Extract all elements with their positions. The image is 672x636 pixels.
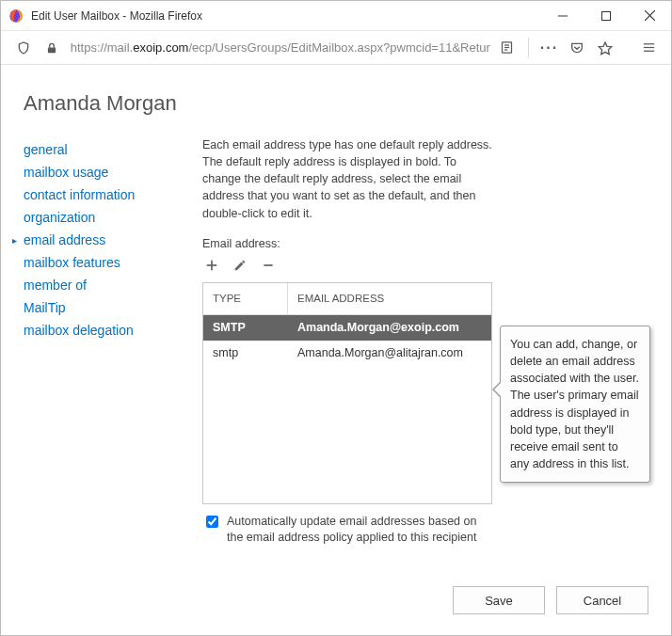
cell-type: smtp [203, 346, 288, 359]
email-toolbar [202, 256, 648, 275]
email-table: TYPE EMAIL ADDRESS SMTPAmanda.Morgan@exo… [202, 282, 492, 504]
svg-marker-10 [600, 42, 612, 55]
edit-icon[interactable] [231, 256, 249, 275]
save-button[interactable]: Save [453, 586, 545, 614]
table-body: SMTPAmanda.Morgan@exoip.comsmtpAmanda.Mo… [203, 315, 491, 366]
help-tooltip: You can add, change, or delete an email … [500, 326, 650, 483]
sidebar-item-general[interactable]: general [24, 138, 193, 161]
auto-update-label[interactable]: Automatically update email addresses bas… [227, 514, 492, 547]
page-actions-icon[interactable]: ··· [536, 35, 563, 61]
table-header: TYPE EMAIL ADDRESS [203, 283, 491, 315]
titlebar: Edit User Mailbox - Mozilla Firefox [1, 1, 671, 31]
svg-rect-5 [48, 47, 56, 53]
header-type: TYPE [203, 283, 288, 314]
tracking-shield-icon[interactable] [10, 35, 37, 61]
cell-address: Amanda.Morgan@exoip.com [288, 321, 491, 334]
table-row[interactable]: SMTPAmanda.Morgan@exoip.com [203, 315, 491, 341]
sidebar-item-email-address[interactable]: email address [24, 229, 193, 251]
cancel-button[interactable]: Cancel [556, 586, 648, 614]
maximize-button[interactable] [584, 1, 628, 31]
reader-mode-icon[interactable] [494, 35, 520, 61]
table-row[interactable]: smtpAmanda.Morgan@alitajran.com [203, 341, 491, 366]
page-title: Amanda Morgan [24, 91, 648, 116]
sidebar-nav: generalmailbox usagecontact informationo… [24, 136, 193, 547]
footer-buttons: Save Cancel [453, 586, 648, 614]
cell-address: Amanda.Morgan@alitajran.com [288, 346, 491, 359]
sidebar-item-contact-information[interactable]: contact information [24, 183, 193, 206]
sidebar-item-mailbox-features[interactable]: mailbox features [24, 251, 193, 274]
bookmark-star-icon[interactable] [592, 35, 618, 61]
url-host: exoip.com [133, 40, 188, 55]
sidebar-item-MailTip[interactable]: MailTip [24, 296, 193, 319]
url-bar: https://mail.exoip.com/ecp/UsersGroups/E… [1, 31, 671, 65]
hamburger-menu-icon[interactable] [635, 35, 662, 61]
window-controls [541, 1, 671, 31]
minimize-button[interactable] [541, 1, 584, 31]
close-button[interactable] [628, 1, 671, 31]
header-address: EMAIL ADDRESS [288, 293, 491, 304]
url-pre: https://mail. [71, 40, 133, 55]
email-address-label: Email address: [202, 237, 648, 250]
url-input[interactable]: https://mail.exoip.com/ecp/UsersGroups/E… [67, 40, 492, 55]
sidebar-item-member-of[interactable]: member of [24, 274, 193, 296]
svg-rect-2 [602, 11, 611, 20]
pocket-icon[interactable] [564, 35, 590, 61]
separator [528, 38, 529, 58]
remove-icon[interactable] [259, 256, 278, 275]
firefox-icon [8, 8, 24, 24]
auto-update-row: Automatically update email addresses bas… [202, 514, 492, 547]
window: Edit User Mailbox - Mozilla Firefox [0, 0, 672, 636]
sidebar-item-organization[interactable]: organization [24, 206, 193, 229]
add-icon[interactable] [202, 256, 221, 275]
sidebar-item-mailbox-usage[interactable]: mailbox usage [24, 161, 193, 183]
auto-update-checkbox[interactable] [206, 516, 218, 528]
intro-text: Each email address type has one default … [202, 136, 494, 222]
lock-icon[interactable] [39, 35, 65, 61]
sidebar-item-mailbox-delegation[interactable]: mailbox delegation [24, 319, 193, 342]
window-title: Edit User Mailbox - Mozilla Firefox [31, 9, 202, 23]
url-post: /ecp/UsersGroups/EditMailbox.aspx?pwmcid… [188, 40, 489, 55]
cell-type: SMTP [203, 321, 288, 334]
